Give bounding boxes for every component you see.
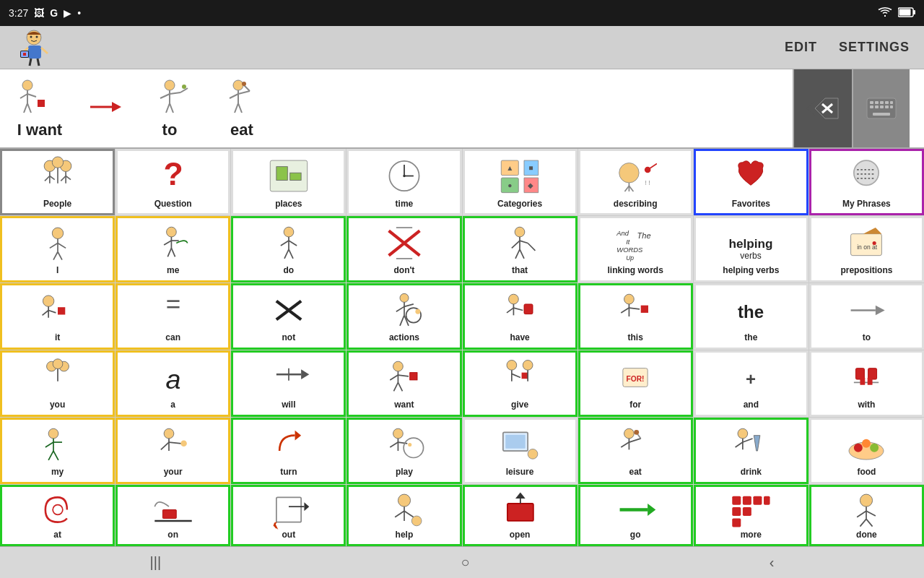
cell-my[interactable]: my bbox=[0, 418, 115, 484]
svg-line-121 bbox=[520, 249, 524, 259]
dont-label: don't bbox=[394, 265, 415, 277]
cell-can[interactable]: can bbox=[116, 283, 230, 350]
cell-I[interactable]: I bbox=[0, 216, 115, 282]
turn-icon bbox=[236, 423, 341, 467]
svg-rect-228 bbox=[162, 509, 176, 518]
status-right bbox=[878, 7, 915, 20]
cell-favorites[interactable]: Favorites bbox=[694, 149, 808, 215]
cell-this[interactable]: this bbox=[578, 283, 693, 350]
cell-go[interactable]: go bbox=[578, 485, 693, 546]
cell-prepositions[interactable]: in on atprepositions bbox=[809, 216, 924, 282]
svg-rect-50 bbox=[875, 105, 879, 108]
cell-people[interactable]: People bbox=[0, 149, 115, 215]
eat-icon bbox=[217, 78, 267, 118]
symbol-grid: People?Questionplacestime▲■●◆Categories!… bbox=[0, 149, 924, 546]
cell-it[interactable]: it bbox=[0, 283, 115, 350]
cell-describing[interactable]: ! !describing bbox=[578, 149, 693, 215]
cell-time[interactable]: time bbox=[346, 149, 461, 215]
cell-and[interactable]: +and bbox=[694, 350, 808, 417]
cell-give[interactable]: give bbox=[463, 350, 578, 417]
cell-on[interactable]: on bbox=[116, 485, 230, 546]
drink-label: drink bbox=[741, 467, 762, 478]
cell-for[interactable]: FOR!for bbox=[578, 350, 693, 417]
cell-will[interactable]: will bbox=[231, 350, 346, 417]
cell-dont[interactable]: don't bbox=[346, 216, 461, 282]
and-icon: + bbox=[699, 355, 803, 400]
cell-drink[interactable]: drink bbox=[694, 418, 808, 484]
edit-button[interactable]: EDIT bbox=[785, 40, 817, 55]
svg-text:helping: helping bbox=[729, 237, 772, 251]
cell-want[interactable]: want bbox=[346, 350, 461, 417]
sentence-word-iwant[interactable]: I want bbox=[14, 78, 65, 139]
cell-leisure[interactable]: leisure bbox=[463, 418, 578, 484]
I-label: I bbox=[56, 265, 58, 277]
cell-help[interactable]: help bbox=[346, 485, 461, 546]
svg-line-9 bbox=[30, 59, 31, 66]
arrow-separator bbox=[87, 96, 123, 121]
svg-point-202 bbox=[180, 440, 187, 447]
sentence-word-eat[interactable]: eat bbox=[217, 78, 267, 139]
svg-marker-22 bbox=[112, 102, 121, 112]
cell-more[interactable]: more bbox=[694, 485, 808, 546]
cell-food[interactable]: food bbox=[809, 418, 924, 484]
settings-button[interactable]: SETTINGS bbox=[839, 40, 910, 55]
cell-categories[interactable]: ▲■●◆Categories bbox=[463, 149, 578, 215]
cell-to[interactable]: to bbox=[809, 283, 924, 350]
sentence-word-to[interactable]: to bbox=[144, 78, 195, 139]
svg-text:And: And bbox=[616, 229, 629, 237]
cell-your[interactable]: your bbox=[116, 418, 230, 484]
cell-my-phrases[interactable]: My Phrases bbox=[809, 149, 924, 215]
cell-a[interactable]: aa bbox=[116, 350, 230, 417]
cell-eat[interactable]: eat bbox=[578, 418, 693, 484]
cell-open[interactable]: open bbox=[463, 485, 578, 546]
for-icon: FOR! bbox=[583, 355, 688, 400]
cell-the[interactable]: thethe bbox=[694, 283, 808, 350]
food-label: food bbox=[857, 467, 876, 478]
home-button[interactable]: ○ bbox=[432, 548, 498, 577]
cell-not[interactable]: not bbox=[231, 283, 346, 350]
svg-point-234 bbox=[398, 494, 410, 506]
cell-play[interactable]: play bbox=[346, 418, 461, 484]
actions-icon bbox=[352, 288, 456, 333]
cell-you[interactable]: you bbox=[0, 350, 115, 417]
photo-icon: 🖼 bbox=[34, 7, 44, 19]
cell-linking-words[interactable]: AndItTheWORDSUplinking words bbox=[578, 216, 693, 282]
menu-button[interactable]: ||| bbox=[121, 548, 191, 577]
svg-line-103 bbox=[167, 249, 171, 257]
cell-actions[interactable]: actions bbox=[346, 283, 461, 350]
svg-text:! !: ! ! bbox=[645, 180, 650, 187]
cell-done[interactable]: done bbox=[809, 485, 924, 546]
places-label: places bbox=[275, 199, 302, 210]
cell-turn[interactable]: turn bbox=[231, 418, 346, 484]
svg-line-215 bbox=[621, 442, 629, 447]
cell-with[interactable]: with bbox=[809, 350, 924, 417]
places-icon bbox=[236, 154, 341, 199]
backspace-button[interactable] bbox=[794, 69, 852, 147]
svg-point-227 bbox=[53, 504, 63, 514]
back-button[interactable]: ‹ bbox=[741, 548, 803, 577]
cell-out[interactable]: out bbox=[231, 485, 346, 546]
svg-marker-232 bbox=[304, 502, 309, 511]
cell-do[interactable]: do bbox=[231, 216, 346, 282]
keyboard-button[interactable] bbox=[852, 69, 910, 147]
cell-places[interactable]: places bbox=[231, 149, 346, 215]
cell-have[interactable]: have bbox=[463, 283, 578, 350]
cell-that[interactable]: that bbox=[463, 216, 578, 282]
svg-rect-230 bbox=[276, 497, 301, 522]
I-icon bbox=[5, 221, 110, 266]
svg-line-194 bbox=[45, 442, 53, 447]
sentence-words: I want bbox=[14, 78, 793, 139]
cell-at[interactable]: at bbox=[0, 485, 115, 546]
will-icon bbox=[236, 355, 341, 400]
svg-rect-1 bbox=[899, 9, 911, 15]
svg-point-105 bbox=[284, 227, 294, 237]
svg-marker-161 bbox=[876, 306, 885, 316]
more-icon bbox=[699, 490, 803, 530]
svg-line-96 bbox=[58, 243, 66, 249]
svg-text:the: the bbox=[738, 302, 764, 322]
cell-question[interactable]: ?Question bbox=[116, 149, 230, 215]
svg-line-26 bbox=[170, 92, 180, 94]
cell-me[interactable]: me bbox=[116, 216, 230, 282]
cell-helping-verbs[interactable]: helpingverbshelping verbs bbox=[694, 216, 808, 282]
svg-line-135 bbox=[42, 311, 48, 316]
